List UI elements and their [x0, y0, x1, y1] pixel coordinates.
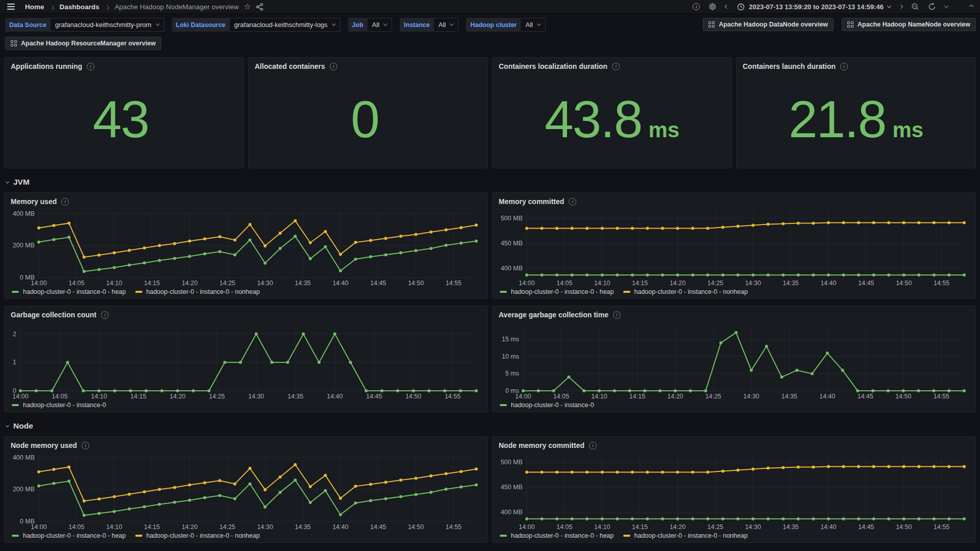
breadcrumb-dashboards[interactable]: Dashboards — [60, 3, 100, 11]
data-source-dropdown[interactable]: grafanacloud-keithschmitty-prom — [51, 18, 164, 32]
help-icon[interactable]: i — [693, 3, 700, 10]
refresh-interval-dropdown[interactable] — [945, 5, 948, 8]
svg-text:14:25: 14:25 — [219, 280, 235, 287]
panel-title-row[interactable]: Average garbage collection time i — [493, 306, 975, 319]
panel-applications-running: Applications running i 43 — [4, 57, 244, 168]
svg-text:14:35: 14:35 — [781, 393, 797, 400]
stat-unit: ms — [648, 118, 679, 142]
memory-used-chart[interactable]: 14:0014:0514:1014:1514:2014:2514:3014:35… — [8, 207, 483, 288]
apps-grid-icon — [708, 21, 715, 28]
jvm-row-2: Garbage collection count i 14:0014:0514:… — [0, 299, 980, 412]
svg-text:14:25: 14:25 — [209, 393, 225, 400]
node-memory-committed-chart[interactable]: 14:0014:0514:1014:1514:2014:2514:3014:35… — [496, 450, 971, 532]
panel-title: Memory used — [11, 197, 57, 206]
loki-datasource-dropdown[interactable]: grafanacloud-keithschmitty-logs — [230, 18, 340, 32]
svg-text:2: 2 — [13, 331, 16, 338]
menu-icon[interactable] — [7, 4, 15, 10]
panel-title-row[interactable]: Memory used i — [5, 193, 487, 206]
filter-instance: Instance All — [400, 18, 458, 32]
panel-memory-committed: Memory committed i 14:0014:0514:1014:151… — [492, 192, 976, 299]
panel-title-row[interactable]: Node memory committed i — [493, 437, 975, 449]
filter-job: Job All — [348, 18, 393, 32]
panel-title: Average garbage collection time — [499, 311, 608, 319]
panel-title-row[interactable]: Containers launch duration i — [737, 58, 975, 70]
chart-legend: hadoop-cluster-0 - instance-0 — [5, 401, 487, 412]
chevron-down-icon — [537, 21, 541, 26]
zoom-out-icon[interactable] — [911, 3, 919, 11]
svg-text:14:45: 14:45 — [370, 280, 386, 287]
kiosk-caret-up-icon[interactable] — [970, 5, 973, 8]
panel-title-row[interactable]: Allocated containers i — [249, 58, 487, 70]
svg-text:14:45: 14:45 — [370, 523, 386, 531]
breadcrumb-home[interactable]: Home — [25, 3, 44, 11]
info-icon[interactable]: i — [61, 198, 69, 206]
time-forward-icon[interactable] — [899, 5, 902, 8]
star-icon[interactable]: ☆ — [244, 2, 251, 11]
svg-text:14:15: 14:15 — [130, 393, 146, 400]
gc-time-chart[interactable]: 14:0014:0514:1014:1514:2014:2514:3014:35… — [496, 320, 971, 401]
settings-gear-icon[interactable] — [708, 3, 717, 11]
svg-text:14:55: 14:55 — [934, 280, 949, 287]
info-icon[interactable]: i — [101, 311, 109, 319]
svg-text:14:35: 14:35 — [287, 393, 303, 400]
svg-text:14:40: 14:40 — [332, 523, 348, 531]
svg-text:200 MB: 200 MB — [13, 242, 35, 249]
share-icon[interactable] — [256, 3, 263, 11]
panel-title-row[interactable]: Node memory used i — [5, 437, 487, 449]
svg-text:14:25: 14:25 — [219, 523, 235, 531]
svg-text:14:15: 14:15 — [144, 523, 160, 531]
panel-title-row[interactable]: Garbage collection count i — [5, 306, 487, 319]
memory-committed-chart[interactable]: 14:0014:0514:1014:1514:2014:2514:3014:35… — [496, 207, 971, 288]
info-icon[interactable]: i — [82, 442, 89, 449]
link-resourcemanager-overview[interactable]: Apache Hadoop ResourceManager overview — [5, 37, 161, 50]
time-range-picker[interactable]: 2023-07-13 13:59:20 to 2023-07-13 14:59:… — [737, 3, 891, 11]
svg-text:14:30: 14:30 — [257, 523, 273, 531]
svg-text:14:50: 14:50 — [405, 393, 421, 400]
hadoop-cluster-dropdown[interactable]: All — [521, 18, 545, 32]
svg-text:14:30: 14:30 — [248, 393, 264, 400]
svg-text:14:35: 14:35 — [295, 280, 311, 287]
svg-text:14:05: 14:05 — [52, 393, 67, 400]
instance-dropdown[interactable]: All — [434, 18, 458, 32]
stat-panels-row: Applications running i 43 Allocated cont… — [0, 50, 980, 168]
svg-text:14:10: 14:10 — [106, 523, 122, 531]
info-icon[interactable]: i — [612, 63, 620, 70]
panel-title-row[interactable]: Memory committed i — [493, 193, 975, 206]
info-icon[interactable]: i — [569, 198, 576, 206]
svg-text:14:20: 14:20 — [667, 393, 683, 400]
filter-data-source: Data Source grafanacloud-keithschmitty-p… — [5, 18, 164, 32]
dashboard-links-row-2: Apache Hadoop ResourceManager overview — [0, 32, 980, 50]
node-memory-used-chart[interactable]: 14:0014:0514:1014:1514:2014:2514:3014:35… — [8, 450, 483, 532]
svg-text:14:45: 14:45 — [857, 393, 873, 400]
svg-text:14:20: 14:20 — [182, 280, 198, 287]
refresh-icon[interactable] — [928, 3, 936, 11]
job-dropdown[interactable]: All — [368, 18, 392, 32]
panel-gc-time: Average garbage collection time i 14:001… — [492, 306, 976, 412]
panel-title-row[interactable]: Applications running i — [5, 58, 243, 70]
info-icon[interactable]: i — [589, 442, 597, 449]
link-namenode-overview[interactable]: Apache Hadoop NameNode overview — [842, 18, 976, 31]
panel-title: Garbage collection count — [11, 311, 96, 319]
link-datanode-overview[interactable]: Apache Hadoop DataNode overview — [703, 18, 834, 31]
panel-title-row[interactable]: Containers localization duration i — [493, 58, 731, 70]
chart-legend: hadoop-cluster-0 - instance-0 — [493, 401, 975, 412]
svg-text:14:10: 14:10 — [91, 393, 107, 400]
info-icon[interactable]: i — [613, 311, 621, 319]
info-icon[interactable]: i — [87, 63, 94, 70]
filter-label: Hadoop cluster — [466, 18, 521, 32]
time-back-icon[interactable] — [725, 5, 728, 8]
section-header-node[interactable]: Node — [0, 412, 980, 432]
svg-text:10 ms: 10 ms — [502, 353, 519, 360]
svg-text:14:55: 14:55 — [446, 280, 461, 287]
svg-text:14:00: 14:00 — [519, 280, 534, 287]
svg-text:14:40: 14:40 — [820, 280, 836, 287]
section-header-jvm[interactable]: JVM — [0, 168, 980, 188]
svg-text:14:25: 14:25 — [707, 280, 723, 287]
info-icon[interactable]: i — [330, 63, 337, 70]
svg-text:200 MB: 200 MB — [13, 486, 35, 493]
panel-title: Applications running — [11, 62, 82, 70]
svg-text:0: 0 — [13, 387, 16, 394]
gc-count-chart[interactable]: 14:0014:0514:1014:1514:2014:2514:3014:35… — [8, 320, 483, 401]
panel-gc-count: Garbage collection count i 14:0014:0514:… — [4, 306, 488, 412]
info-icon[interactable]: i — [840, 63, 848, 70]
